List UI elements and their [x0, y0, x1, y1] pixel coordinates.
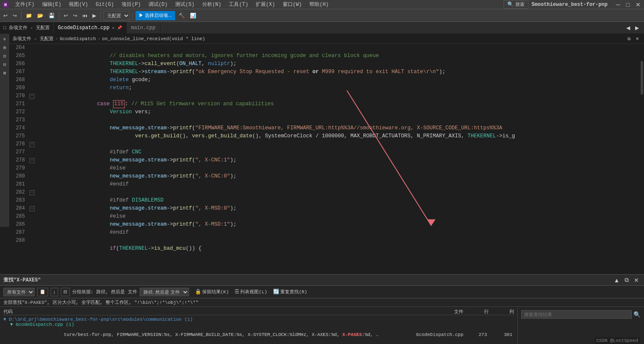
sidebar-icon-4[interactable]: ⊟: [1, 61, 8, 68]
menu-window[interactable]: 窗口(W): [279, 0, 306, 9]
find-panel-header: 查找"X-PAXES" ▲ ⧉ ✕: [0, 275, 644, 286]
breadcrumb-item-3: on_console_line_received(void * line): [102, 36, 205, 41]
gutter-287: [28, 229, 37, 237]
build-button[interactable]: 🔨: [177, 12, 187, 19]
code-content[interactable]: // disables heaters and motors, ignores …: [37, 44, 644, 274]
find-result-path[interactable]: ▼ D:\3rd_prj\Smoothieware_best-for-pnp\s…: [3, 317, 514, 322]
minimize-button[interactable]: ─: [614, 0, 622, 9]
gutter-266: [28, 60, 37, 68]
results-header: 代码 文件 行 列: [3, 309, 514, 315]
new-project-button[interactable]: 📁: [24, 12, 34, 19]
gutter-281: [28, 180, 37, 188]
step-back-button[interactable]: ⏮: [81, 12, 89, 19]
menu-git[interactable]: Git(G): [92, 1, 117, 8]
play-button[interactable]: ▶: [91, 12, 98, 19]
tab-main-cpp[interactable]: main.cpp: [127, 22, 160, 33]
find-panel-title: 查找"X-PAXES": [3, 276, 41, 284]
scope-select[interactable]: 所有文件: [3, 288, 35, 296]
tab-nav-right[interactable]: ▶: [633, 24, 641, 32]
forward-button[interactable]: ↪: [11, 12, 19, 19]
run-button[interactable]: ▶ 选择启动项...: [135, 11, 175, 20]
menu-edit[interactable]: 编辑(E): [39, 0, 65, 9]
solution-explorer-btn[interactable]: □ 杂项文件 - 无配置: [0, 22, 54, 33]
find-result-row[interactable]: ture/best-for-pnp, FIRMWARE_VERSION:%s, …: [3, 327, 514, 342]
fold-278[interactable]: −: [30, 158, 35, 163]
gutter-284[interactable]: −: [28, 205, 37, 213]
collapse-all-btn[interactable]: ⊟: [61, 288, 70, 296]
tab-label-gcode: GcodeDispatch.cpp: [58, 25, 109, 31]
search-results-icon: 🔍: [633, 311, 641, 318]
back-button[interactable]: ↩: [2, 12, 9, 19]
close-button[interactable]: ✕: [634, 0, 642, 9]
line-num-286: 286: [13, 221, 25, 229]
gutter-288: [28, 237, 37, 245]
code-line-264: // disables heaters and motors, ignores …: [40, 44, 644, 52]
find-result-file[interactable]: ▼ GcodeDispatch.cpp (1): [3, 322, 514, 327]
fold-270[interactable]: −: [30, 94, 35, 99]
menu-project[interactable]: 项目(P): [118, 0, 144, 9]
save-button[interactable]: 💾: [47, 12, 57, 19]
sort-btn[interactable]: ↕: [51, 288, 58, 296]
find-panel-close[interactable]: ✕: [632, 276, 641, 284]
fold-276[interactable]: −: [30, 142, 35, 147]
code-line-276: #ifdef CNC: [40, 140, 644, 148]
tab-pin-icon[interactable]: 📌: [117, 25, 122, 30]
search-box[interactable]: 🔍 搜索: [503, 0, 528, 9]
line-num-288: 288: [13, 237, 25, 245]
file-col-header: 文件: [379, 309, 463, 315]
list-view-btn[interactable]: ☰ 列表视图(L): [235, 289, 267, 295]
menu-tools[interactable]: 工具(T): [225, 0, 252, 9]
gutter-278[interactable]: −: [28, 156, 37, 164]
refresh-btn[interactable]: 🔄 重复查找(R): [273, 289, 307, 295]
redo-button[interactable]: ↪: [71, 12, 79, 19]
code-line-270: case 115: // M115 Get firmware version a…: [40, 92, 644, 100]
menu-extensions[interactable]: 扩展(X): [252, 0, 279, 9]
menu-file[interactable]: 文件(F): [12, 0, 38, 9]
editor-close-btn[interactable]: ✕: [634, 35, 641, 42]
gutter-270[interactable]: −: [28, 92, 37, 100]
tab-nav-left[interactable]: ◀: [625, 24, 632, 32]
editor-split-btn[interactable]: ⧉: [626, 35, 632, 42]
gutter-283: [28, 197, 37, 205]
copy-results-btn[interactable]: 📋: [37, 288, 48, 296]
config-select[interactable]: 无配置: [103, 11, 130, 20]
menu-test[interactable]: 测试(S): [172, 0, 198, 9]
find-panel-expand[interactable]: ▲: [612, 276, 621, 284]
find-panel-detach[interactable]: ⧉: [623, 276, 630, 284]
app-logo: M: [2, 1, 9, 8]
tab-gcode-dispatch[interactable]: GcodeDispatch.cpp ✕ 📌: [54, 22, 127, 33]
gutter-271: [28, 100, 37, 108]
sidebar-icon-2[interactable]: ⊞: [1, 44, 8, 52]
col-col-header: 列: [489, 309, 514, 315]
gutter-264: [28, 44, 37, 52]
solution-label: □ 杂项文件 - 无配置: [3, 25, 50, 31]
tab-close-gcode[interactable]: ✕: [112, 25, 114, 30]
fold-282[interactable]: −: [30, 190, 35, 195]
scroll-thumb[interactable]: [641, 61, 643, 95]
undo-button[interactable]: ↩: [62, 12, 70, 19]
vertical-scrollbar[interactable]: [640, 44, 644, 274]
menu-view[interactable]: 视图(V): [65, 0, 92, 9]
group-select[interactable]: 路径, 然后是 文件: [140, 288, 189, 296]
line-num-282: 282: [13, 188, 25, 197]
gutter-280: [28, 172, 37, 180]
fold-284[interactable]: −: [30, 206, 35, 211]
gutter-282[interactable]: −: [28, 188, 37, 197]
separator-2: [59, 11, 60, 20]
search-results-input[interactable]: [521, 310, 632, 319]
menu-help[interactable]: 帮助(H): [306, 0, 332, 9]
gutter-279: [28, 164, 37, 172]
find-panel: 查找"X-PAXES" ▲ ⧉ ✕ 所有文件 📋 ↕ ⊟ 分组依据: 路径, 然…: [0, 274, 644, 344]
profile-button[interactable]: 📊: [188, 12, 198, 19]
open-button[interactable]: 📂: [35, 12, 45, 19]
sidebar-icon-1[interactable]: ≡: [1, 35, 8, 43]
sidebar-icon-5[interactable]: ⊠: [1, 69, 8, 77]
gutter-276[interactable]: −: [28, 140, 37, 148]
menu-analyze[interactable]: 分析(N): [199, 0, 225, 9]
list-icon: ☰: [235, 289, 239, 295]
menu-debug[interactable]: 调试(D): [145, 0, 171, 9]
window-title: Smoothieware_best-for-pnp: [532, 2, 608, 8]
maximize-button[interactable]: □: [625, 0, 631, 9]
sidebar-icon-3[interactable]: ⊡: [1, 52, 8, 60]
preserve-btn[interactable]: 🔒 保留结果(K): [195, 289, 229, 295]
